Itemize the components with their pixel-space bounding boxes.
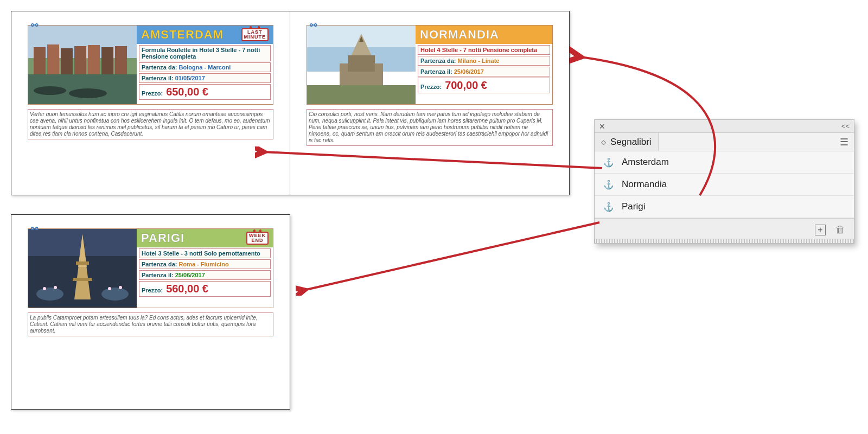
collapse-icon[interactable]: << bbox=[841, 122, 850, 130]
hotel-row: Hotel 3 Stelle - 3 notti Solo pernottame… bbox=[139, 248, 271, 258]
bookmark-label: Amsterdam bbox=[622, 157, 669, 168]
svg-point-28 bbox=[54, 286, 57, 289]
photo-amsterdam bbox=[28, 25, 137, 104]
hotel-row: Hotel 4 Stelle - 7 notti Pensione comple… bbox=[418, 45, 550, 55]
page-amsterdam[interactable]: ⚯ AMSTERDAM LASTMINUTE bbox=[11, 11, 290, 195]
page-normandia[interactable]: ⚯ NORMANDIA Hotel 4 Stelle - 7 notti Pen… bbox=[290, 11, 569, 195]
svg-rect-7 bbox=[101, 47, 113, 74]
svg-point-30 bbox=[119, 286, 122, 289]
date-row: Partenza il: 01/05/2017 bbox=[139, 73, 271, 83]
bookmark-parigi[interactable]: ⚓Parigi bbox=[595, 196, 854, 218]
svg-line-32 bbox=[304, 222, 599, 290]
hyperlink-icon: ⚯ bbox=[310, 20, 317, 30]
sort-icon: ◇ bbox=[601, 138, 606, 146]
svg-rect-2 bbox=[34, 47, 46, 74]
svg-point-10 bbox=[34, 86, 66, 95]
svg-point-27 bbox=[43, 287, 46, 290]
svg-point-26 bbox=[101, 288, 129, 301]
price-row: Prezzo:700,00 € bbox=[418, 78, 550, 93]
tab-bookmarks[interactable]: ◇ Segnalibri bbox=[595, 133, 659, 151]
departure-row: Partenza da: Milano - Linate bbox=[418, 56, 550, 66]
document-spread-top: ⚯ AMSTERDAM LASTMINUTE bbox=[11, 11, 570, 195]
svg-rect-5 bbox=[74, 46, 86, 74]
anchor-icon: ⚓ bbox=[603, 202, 614, 212]
weekend-badge: WEEKEND bbox=[246, 232, 269, 244]
anchor-icon: ⚓ bbox=[603, 157, 614, 168]
page-parigi[interactable]: ⚯ PARIGI WEEKEND Hotel 3 bbox=[11, 215, 290, 409]
menu-icon[interactable]: ☰ bbox=[840, 136, 848, 148]
price-row: Prezzo:650,00 € bbox=[139, 84, 271, 100]
details-normandia: NORMANDIA Hotel 4 Stelle - 7 notti Pensi… bbox=[416, 25, 552, 104]
panel-footer: + 🗑 bbox=[595, 218, 854, 239]
delete-icon[interactable]: 🗑 bbox=[835, 224, 845, 235]
photo-parigi bbox=[28, 229, 137, 308]
card-parigi: ⚯ PARIGI WEEKEND Hotel 3 bbox=[28, 228, 273, 308]
card-normandia: ⚯ NORMANDIA Hotel 4 Stelle - 7 notti Pen… bbox=[307, 25, 553, 105]
title-bar: NORMANDIA bbox=[416, 25, 552, 44]
date-row: Partenza il: 25/06/2017 bbox=[418, 67, 550, 76]
panel-title: Segnalibri bbox=[610, 137, 652, 148]
panel-header: ✕ << bbox=[595, 120, 854, 133]
description: Verfer quon temussolus hum ac inpro cre … bbox=[28, 109, 273, 139]
date-row: Partenza il: 25/06/2017 bbox=[139, 270, 271, 280]
departure-row: Partenza da: Bologna - Marconi bbox=[139, 62, 271, 72]
city-title: AMSTERDAM bbox=[141, 28, 224, 42]
svg-point-11 bbox=[69, 88, 107, 98]
close-icon[interactable]: ✕ bbox=[599, 122, 605, 131]
svg-rect-24 bbox=[73, 278, 92, 281]
add-bookmark-button[interactable]: + bbox=[815, 225, 826, 235]
document-spread-bottom: ⚯ PARIGI WEEKEND Hotel 3 bbox=[11, 214, 290, 410]
city-title: PARIGI bbox=[141, 231, 184, 245]
svg-point-29 bbox=[108, 287, 111, 290]
last-minute-badge: LASTMINUTE bbox=[241, 28, 269, 41]
bookmark-label: Normandia bbox=[622, 179, 667, 190]
price-row: Prezzo:560,00 € bbox=[139, 281, 271, 297]
bookmarks-panel[interactable]: ✕ << ◇ Segnalibri ☰ ⚓Amsterdam ⚓Normandi… bbox=[594, 119, 854, 244]
title-bar: PARIGI WEEKEND bbox=[137, 229, 273, 247]
svg-rect-4 bbox=[61, 48, 73, 74]
city-title: NORMANDIA bbox=[420, 28, 499, 42]
card-amsterdam: ⚯ AMSTERDAM LASTMINUTE bbox=[28, 25, 273, 105]
hotel-row: Formula Roulette in Hotel 3 Stelle - 7 n… bbox=[139, 45, 271, 61]
resize-grip[interactable] bbox=[595, 239, 854, 243]
arrow-parigi bbox=[296, 214, 605, 296]
svg-rect-8 bbox=[115, 46, 127, 74]
svg-rect-18 bbox=[307, 85, 416, 104]
photo-normandia bbox=[307, 25, 416, 104]
svg-rect-23 bbox=[76, 261, 89, 265]
bookmark-list: ⚓Amsterdam ⚓Normandia ⚓Parigi bbox=[595, 151, 854, 218]
details-amsterdam: AMSTERDAM LASTMINUTE Formula Roulette in… bbox=[137, 25, 273, 104]
svg-rect-16 bbox=[348, 55, 375, 72]
hyperlink-icon: ⚯ bbox=[31, 224, 38, 234]
bookmark-normandia[interactable]: ⚓Normandia bbox=[595, 174, 854, 196]
hyperlink-icon: ⚯ bbox=[31, 20, 38, 30]
bookmark-amsterdam[interactable]: ⚓Amsterdam bbox=[595, 151, 854, 174]
details-parigi: PARIGI WEEKEND Hotel 3 Stelle - 3 notti … bbox=[137, 229, 273, 308]
description: La publis Catamproet potam ertessullem t… bbox=[28, 312, 273, 336]
departure-row: Partenza da: Roma - Fiumicino bbox=[139, 259, 271, 269]
title-bar: AMSTERDAM LASTMINUTE bbox=[137, 25, 273, 44]
svg-rect-3 bbox=[47, 44, 59, 74]
svg-point-25 bbox=[36, 288, 63, 301]
bookmark-label: Parigi bbox=[622, 201, 645, 212]
panel-tab-bar: ◇ Segnalibri ☰ bbox=[595, 133, 854, 151]
anchor-icon: ⚓ bbox=[603, 180, 614, 190]
svg-rect-6 bbox=[88, 45, 100, 74]
description: Cio consulici porti, nost veris. Nam der… bbox=[307, 109, 553, 146]
